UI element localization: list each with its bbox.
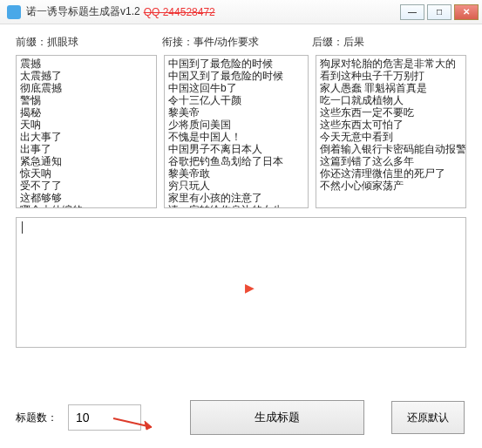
text-cursor	[22, 221, 23, 234]
minimize-button[interactable]: —	[400, 4, 424, 20]
generate-button[interactable]: 生成标题	[190, 400, 364, 435]
content-area: 前缀：抓眼球 衔接：事件/动作要求 后缀：后果 震撼 太震撼了 彻底震撼 警惕 …	[0, 24, 482, 448]
count-input[interactable]	[68, 404, 141, 431]
output-textarea[interactable]: ▶	[16, 217, 466, 348]
app-icon	[7, 5, 21, 19]
bridge-label: 衔接：事件/动作要求	[162, 35, 312, 50]
play-annotation-icon: ▶	[245, 281, 255, 295]
window-title: 诺一诱导标题生成器v1.2	[26, 4, 140, 19]
close-button[interactable]: ✕	[454, 4, 479, 20]
suffix-label: 后缀：后果	[312, 35, 466, 50]
qq-strike: QQ 244528472	[144, 6, 215, 18]
prefix-label: 前缀：抓眼球	[16, 35, 162, 50]
count-label: 标题数：	[16, 411, 58, 425]
maximize-button[interactable]: □	[427, 4, 451, 20]
suffix-listbox[interactable]: 狗尿对轮胎的危害是非常大的 看到这种虫子千万别打 家人愚蠢 罪魁祸首真是 吃一口…	[316, 55, 466, 208]
titlebar: 诺一诱导标题生成器v1.2 QQ 244528472 — □ ✕	[0, 0, 482, 24]
bridge-listbox[interactable]: 中国到了最危险的时候 中国又到了最危险的时候 中国这回牛b了 令十三亿人干颜 黎…	[164, 55, 309, 208]
restore-button[interactable]: 还原默认	[391, 401, 465, 434]
prefix-listbox[interactable]: 震撼 太震撼了 彻底震撼 警惕 揭秘 天呐 出大事了 出事了 紧急通知 惊天呐 …	[16, 55, 157, 208]
